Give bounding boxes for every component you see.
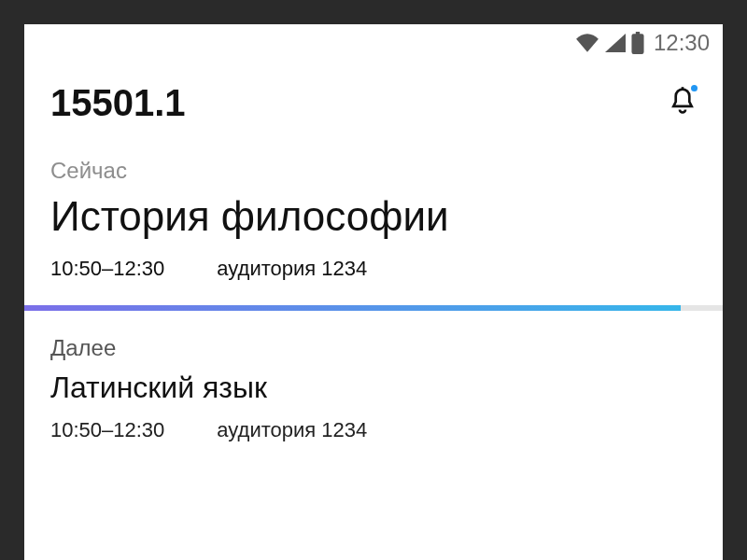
current-class-section: Сейчас История философии 10:50–12:30 ауд… (24, 150, 723, 305)
app-header: 15501.1 (24, 62, 723, 150)
group-title: 15501.1 (50, 82, 186, 124)
status-time: 12:30 (654, 30, 710, 56)
next-time: 10:50–12:30 (50, 418, 164, 442)
next-room: аудитория 1234 (217, 418, 367, 442)
class-progress-fill (24, 305, 681, 311)
bell-icon (669, 105, 697, 120)
current-meta: 10:50–12:30 аудитория 1234 (50, 257, 697, 281)
wifi-icon (575, 34, 599, 52)
current-label: Сейчас (50, 158, 697, 184)
battery-icon (631, 32, 644, 54)
next-class-section: Далее Латинский язык 10:50–12:30 аудитор… (24, 311, 723, 467)
current-room: аудитория 1234 (217, 257, 367, 281)
status-bar: 12:30 (24, 24, 723, 62)
next-course-title: Латинский язык (50, 371, 697, 405)
next-label: Далее (50, 335, 697, 361)
phone-screen: 12:30 15501.1 Сейчас История философии 1… (24, 24, 723, 560)
current-course-title: История философии (50, 193, 697, 240)
notifications-button[interactable] (669, 86, 697, 121)
class-progress-bar (24, 305, 723, 311)
current-time: 10:50–12:30 (50, 257, 164, 281)
next-meta: 10:50–12:30 аудитория 1234 (50, 418, 697, 442)
notification-dot-icon (691, 85, 698, 91)
cell-signal-icon (605, 34, 626, 52)
